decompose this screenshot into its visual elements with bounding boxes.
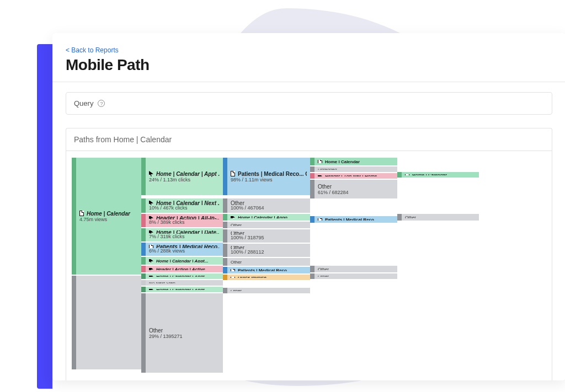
page-icon: [231, 269, 235, 271]
path-node-other[interactable]: Other 29% / 1395271: [146, 293, 223, 373]
cursor-icon: [149, 268, 153, 270]
window-accent-bar: [37, 44, 52, 389]
path-node[interactable]: Patients | Medical Reco... Care Plan 98%…: [227, 158, 310, 195]
path-node[interactable]: Home | Calendar | Appt...: [146, 287, 223, 292]
path-node[interactable]: Home | Calendar | Appt ... 24% / 1.13m c…: [146, 158, 223, 195]
path-node[interactable]: Home | Calendar | Appo...: [227, 214, 310, 221]
paths-title: Paths from Home | Calendar: [66, 128, 552, 151]
page-icon: [149, 245, 153, 248]
app-window: < Back to Reports Mobile Path Query ? Pa…: [52, 33, 565, 380]
query-label: Query: [74, 99, 93, 108]
path-node-root[interactable]: Home | Calendar 4.75m views: [76, 158, 141, 275]
path-node[interactable]: Home | Calendar | Appt...: [146, 257, 223, 265]
cursor-icon: [318, 175, 322, 176]
page-icon: [79, 211, 84, 216]
path-node[interactable]: Header | Action | All-In-... 8% / 389k c…: [146, 214, 223, 227]
cursor-icon: [149, 289, 153, 290]
path-node[interactable]: Header | Action | Active ...: [146, 266, 223, 272]
path-node[interactable]: Quick Invoice: [227, 275, 310, 280]
path-node[interactable]: Home | Calendar | Next ... 10% / 467k cl…: [146, 198, 223, 213]
path-other: [76, 276, 141, 369]
path-node[interactable]: Patients | Medical Reco...: [315, 216, 397, 223]
path-node-other[interactable]: Other: [227, 258, 310, 266]
page-icon: [318, 218, 322, 221]
page-icon: [405, 174, 409, 175]
path-node-other[interactable]: Other: [315, 273, 397, 279]
cursor-icon: [149, 201, 153, 205]
page-icon: [231, 277, 235, 278]
path-node-other[interactable]: Other 61% / 682284: [315, 180, 397, 198]
help-icon[interactable]: ?: [98, 100, 105, 107]
path-node[interactable]: Home | Calendar | Date... 7% / 319k clic…: [146, 228, 223, 241]
path-node[interactable]: Header | Top Nav | Home: [315, 173, 397, 179]
page-icon: [318, 160, 322, 163]
cursor-icon: [231, 216, 235, 218]
path-node[interactable]: Patients | Medical Reco...: [227, 267, 310, 273]
path-node-other[interactable]: Other: [227, 222, 310, 228]
path-diagram[interactable]: Home | Calendar 4.75m views: [66, 151, 552, 380]
path-node-other[interactable]: Other 100% / 467064: [227, 198, 310, 213]
path-node-nonext[interactable]: No Next Step: [146, 280, 223, 286]
path-node[interactable]: Patients | Medical Reco... 6% / 288k vie…: [146, 243, 223, 256]
page-icon: [231, 171, 235, 176]
cursor-icon: [149, 171, 153, 176]
query-section[interactable]: Query ?: [66, 92, 552, 115]
back-to-reports-link[interactable]: < Back to Reports: [66, 46, 552, 54]
path-node-other[interactable]: Other: [402, 214, 479, 221]
path-node-other[interactable]: Other 100% / 288112: [227, 244, 310, 257]
page-title: Mobile Path: [66, 56, 552, 74]
path-node[interactable]: Home | Calendar | Appt ...: [146, 273, 223, 279]
path-node[interactable]: Home | Calendar: [315, 158, 397, 165]
path-node[interactable]: Home | Calendar: [402, 172, 479, 178]
cursor-icon: [149, 259, 153, 262]
cursor-icon: [149, 276, 153, 277]
path-node-other[interactable]: Other: [315, 266, 397, 272]
path-node[interactable]: Untagged: [315, 167, 397, 172]
path-node-other[interactable]: Other: [227, 288, 310, 293]
path-node-other[interactable]: Other 100% / 318795: [227, 229, 310, 243]
